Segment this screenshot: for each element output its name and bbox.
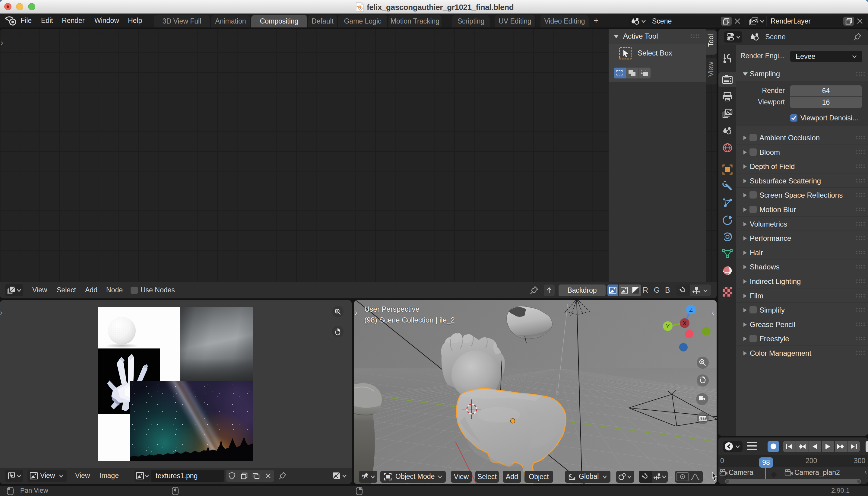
svg-text:Z: Z — [689, 307, 693, 313]
svg-text:X: X — [683, 320, 687, 326]
svg-text:Y: Y — [666, 323, 670, 329]
